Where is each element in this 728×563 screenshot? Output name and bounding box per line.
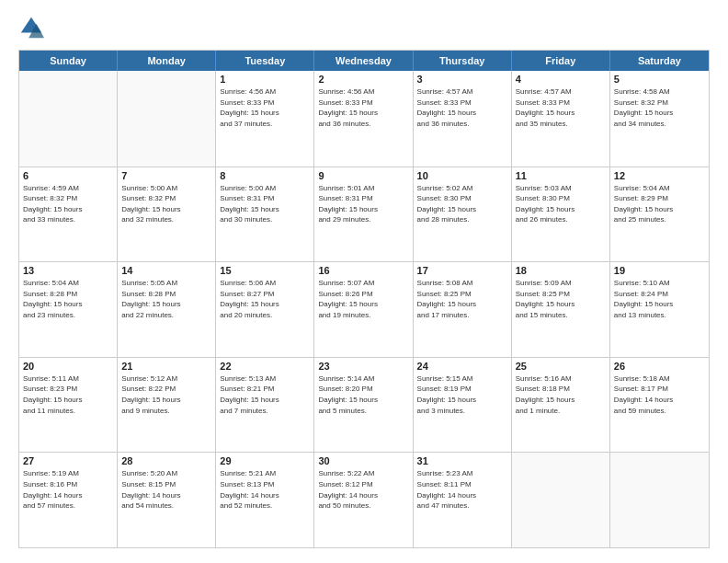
day-of-week-saturday: Saturday [610, 51, 709, 71]
day-info: Sunrise: 5:19 AM Sunset: 8:16 PM Dayligh… [23, 468, 113, 511]
day-cell-10: 10Sunrise: 5:02 AM Sunset: 8:30 PM Dayli… [414, 167, 512, 262]
day-number: 13 [23, 265, 113, 276]
day-info: Sunrise: 5:03 AM Sunset: 8:30 PM Dayligh… [516, 183, 606, 225]
header [18, 15, 710, 40]
empty-cell [19, 71, 118, 167]
day-info: Sunrise: 5:08 AM Sunset: 8:25 PM Dayligh… [417, 278, 507, 320]
week-row-2: 6Sunrise: 4:59 AM Sunset: 8:32 PM Daylig… [19, 167, 709, 262]
day-number: 28 [121, 455, 211, 466]
day-of-week-sunday: Sunday [19, 51, 118, 71]
week-row-5: 27Sunrise: 5:19 AM Sunset: 8:16 PM Dayli… [19, 452, 709, 547]
day-cell-31: 31Sunrise: 5:23 AM Sunset: 8:11 PM Dayli… [414, 453, 512, 547]
day-cell-30: 30Sunrise: 5:22 AM Sunset: 8:12 PM Dayli… [314, 453, 413, 547]
day-number: 4 [516, 74, 606, 85]
day-cell-17: 17Sunrise: 5:08 AM Sunset: 8:25 PM Dayli… [414, 262, 512, 357]
day-cell-28: 28Sunrise: 5:20 AM Sunset: 8:15 PM Dayli… [118, 453, 216, 547]
day-info: Sunrise: 4:58 AM Sunset: 8:32 PM Dayligh… [614, 86, 705, 129]
day-info: Sunrise: 5:22 AM Sunset: 8:12 PM Dayligh… [318, 468, 408, 511]
day-cell-29: 29Sunrise: 5:21 AM Sunset: 8:13 PM Dayli… [216, 453, 314, 547]
day-number: 9 [318, 170, 408, 181]
empty-cell [512, 453, 610, 547]
day-number: 7 [121, 170, 211, 181]
day-cell-25: 25Sunrise: 5:16 AM Sunset: 8:18 PM Dayli… [512, 358, 610, 453]
day-info: Sunrise: 4:57 AM Sunset: 8:33 PM Dayligh… [516, 86, 606, 129]
day-number: 21 [121, 361, 211, 372]
day-number: 30 [318, 455, 408, 466]
day-cell-2: 2Sunrise: 4:56 AM Sunset: 8:33 PM Daylig… [314, 71, 413, 167]
day-number: 20 [23, 361, 113, 372]
day-number: 17 [417, 265, 507, 276]
day-info: Sunrise: 4:56 AM Sunset: 8:33 PM Dayligh… [220, 86, 310, 129]
day-number: 6 [23, 170, 113, 181]
day-number: 15 [220, 265, 310, 276]
day-of-week-wednesday: Wednesday [314, 51, 413, 71]
day-info: Sunrise: 5:15 AM Sunset: 8:19 PM Dayligh… [417, 373, 507, 416]
day-info: Sunrise: 5:04 AM Sunset: 8:29 PM Dayligh… [614, 183, 705, 225]
day-info: Sunrise: 5:16 AM Sunset: 8:18 PM Dayligh… [516, 373, 606, 416]
day-info: Sunrise: 5:12 AM Sunset: 8:22 PM Dayligh… [121, 373, 211, 416]
day-info: Sunrise: 5:07 AM Sunset: 8:26 PM Dayligh… [318, 278, 408, 320]
day-number: 29 [220, 455, 310, 466]
day-number: 11 [516, 170, 606, 181]
day-number: 16 [318, 265, 408, 276]
day-cell-15: 15Sunrise: 5:06 AM Sunset: 8:27 PM Dayli… [216, 262, 314, 357]
day-info: Sunrise: 5:23 AM Sunset: 8:11 PM Dayligh… [417, 468, 507, 511]
day-cell-11: 11Sunrise: 5:03 AM Sunset: 8:30 PM Dayli… [512, 167, 610, 262]
day-info: Sunrise: 5:00 AM Sunset: 8:32 PM Dayligh… [121, 183, 211, 225]
day-of-week-monday: Monday [118, 51, 216, 71]
day-info: Sunrise: 5:01 AM Sunset: 8:31 PM Dayligh… [318, 183, 408, 225]
day-info: Sunrise: 5:06 AM Sunset: 8:27 PM Dayligh… [220, 278, 310, 320]
calendar-header: SundayMondayTuesdayWednesdayThursdayFrid… [19, 51, 709, 71]
day-cell-19: 19Sunrise: 5:10 AM Sunset: 8:24 PM Dayli… [610, 262, 709, 357]
day-number: 14 [121, 265, 211, 276]
day-cell-27: 27Sunrise: 5:19 AM Sunset: 8:16 PM Dayli… [19, 453, 118, 547]
week-row-4: 20Sunrise: 5:11 AM Sunset: 8:23 PM Dayli… [19, 357, 709, 453]
day-cell-16: 16Sunrise: 5:07 AM Sunset: 8:26 PM Dayli… [314, 262, 413, 357]
day-info: Sunrise: 4:56 AM Sunset: 8:33 PM Dayligh… [318, 86, 408, 129]
day-info: Sunrise: 5:05 AM Sunset: 8:28 PM Dayligh… [121, 278, 211, 320]
day-info: Sunrise: 5:02 AM Sunset: 8:30 PM Dayligh… [417, 183, 507, 225]
empty-cell [610, 453, 709, 547]
week-row-3: 13Sunrise: 5:04 AM Sunset: 8:28 PM Dayli… [19, 261, 709, 357]
day-number: 8 [220, 170, 310, 181]
empty-cell [118, 71, 216, 167]
day-cell-18: 18Sunrise: 5:09 AM Sunset: 8:25 PM Dayli… [512, 262, 610, 357]
day-info: Sunrise: 5:11 AM Sunset: 8:23 PM Dayligh… [23, 373, 113, 416]
day-of-week-tuesday: Tuesday [216, 51, 314, 71]
day-of-week-thursday: Thursday [414, 51, 512, 71]
day-number: 1 [220, 74, 310, 85]
week-row-1: 1Sunrise: 4:56 AM Sunset: 8:33 PM Daylig… [19, 71, 709, 167]
day-number: 10 [417, 170, 507, 181]
day-number: 23 [318, 361, 408, 372]
logo-icon [18, 15, 44, 40]
day-cell-5: 5Sunrise: 4:58 AM Sunset: 8:32 PM Daylig… [610, 71, 709, 167]
day-cell-6: 6Sunrise: 4:59 AM Sunset: 8:32 PM Daylig… [19, 167, 118, 262]
day-number: 18 [516, 265, 606, 276]
day-cell-14: 14Sunrise: 5:05 AM Sunset: 8:28 PM Dayli… [118, 262, 216, 357]
day-number: 25 [516, 361, 606, 372]
day-info: Sunrise: 5:13 AM Sunset: 8:21 PM Dayligh… [220, 373, 310, 416]
day-cell-8: 8Sunrise: 5:00 AM Sunset: 8:31 PM Daylig… [216, 167, 314, 262]
day-number: 26 [614, 361, 705, 372]
day-info: Sunrise: 5:04 AM Sunset: 8:28 PM Dayligh… [23, 278, 113, 320]
day-number: 19 [614, 265, 705, 276]
logo [18, 15, 48, 40]
day-cell-1: 1Sunrise: 4:56 AM Sunset: 8:33 PM Daylig… [216, 71, 314, 167]
calendar: SundayMondayTuesdayWednesdayThursdayFrid… [18, 50, 710, 548]
day-cell-22: 22Sunrise: 5:13 AM Sunset: 8:21 PM Dayli… [216, 358, 314, 453]
day-cell-26: 26Sunrise: 5:18 AM Sunset: 8:17 PM Dayli… [610, 358, 709, 453]
day-info: Sunrise: 5:14 AM Sunset: 8:20 PM Dayligh… [318, 373, 408, 416]
day-info: Sunrise: 5:18 AM Sunset: 8:17 PM Dayligh… [614, 373, 705, 416]
day-info: Sunrise: 5:09 AM Sunset: 8:25 PM Dayligh… [516, 278, 606, 320]
day-info: Sunrise: 5:20 AM Sunset: 8:15 PM Dayligh… [121, 468, 211, 511]
day-cell-24: 24Sunrise: 5:15 AM Sunset: 8:19 PM Dayli… [414, 358, 512, 453]
day-number: 31 [417, 455, 507, 466]
day-cell-21: 21Sunrise: 5:12 AM Sunset: 8:22 PM Dayli… [118, 358, 216, 453]
day-info: Sunrise: 4:59 AM Sunset: 8:32 PM Dayligh… [23, 183, 113, 225]
day-cell-4: 4Sunrise: 4:57 AM Sunset: 8:33 PM Daylig… [512, 71, 610, 167]
calendar-body: 1Sunrise: 4:56 AM Sunset: 8:33 PM Daylig… [19, 71, 709, 547]
day-of-week-friday: Friday [512, 51, 610, 71]
day-cell-20: 20Sunrise: 5:11 AM Sunset: 8:23 PM Dayli… [19, 358, 118, 453]
day-number: 5 [614, 74, 705, 85]
day-cell-9: 9Sunrise: 5:01 AM Sunset: 8:31 PM Daylig… [314, 167, 413, 262]
